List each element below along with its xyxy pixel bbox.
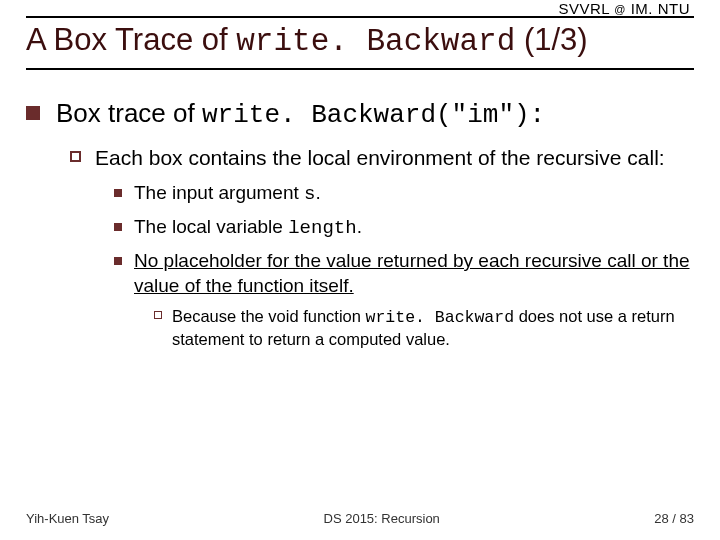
l3-1-pre: The local variable [134, 216, 288, 237]
l3-0-post: . [315, 182, 320, 203]
small-square-bullet-icon [114, 189, 122, 197]
l3-0-code: s [304, 183, 315, 205]
title-code: write. Backward [236, 24, 515, 59]
affil-right: IM. NTU [631, 0, 690, 17]
l3-text-0: The input argument s. [134, 181, 321, 207]
level1-text: Box trace of write. Backward("im"): [56, 98, 545, 131]
l3-2-underlined: No placeholder for the value returned by… [134, 250, 690, 296]
l3-1-post: . [357, 216, 362, 237]
footer-author: Yih-Kuen Tsay [26, 511, 109, 526]
at-icon: @ [614, 3, 626, 15]
bullet-level3: No placeholder for the value returned by… [114, 249, 694, 298]
l4-code: write. Backward [366, 308, 515, 327]
open-square-bullet-icon [70, 151, 81, 162]
l4-pre: Because the void function [172, 307, 366, 325]
bullet-level1: Box trace of write. Backward("im"): [26, 98, 694, 131]
l1-pre: Box trace of [56, 98, 202, 128]
small-square-bullet-icon [114, 257, 122, 265]
l2-text: Each box contains the local environment … [95, 145, 665, 171]
affil-left: SVVRL [559, 0, 610, 17]
footer-course: DS 2015: Recursion [324, 511, 440, 526]
slide-body: Box trace of write. Backward("im"): Each… [26, 98, 694, 356]
l3-0-pre: The input argument [134, 182, 304, 203]
title-post: (1/3) [515, 22, 587, 57]
l3-text-2: No placeholder for the value returned by… [134, 249, 694, 298]
affiliation: SVVRL @ IM. NTU [559, 0, 690, 17]
bullet-level3: The input argument s. [114, 181, 694, 207]
slide: SVVRL @ IM. NTU A Box Trace of write. Ba… [0, 0, 720, 540]
slide-title: A Box Trace of write. Backward (1/3) [26, 22, 694, 59]
square-bullet-icon [26, 106, 40, 120]
footer: Yih-Kuen Tsay DS 2015: Recursion 28 / 83 [26, 511, 694, 526]
small-open-square-bullet-icon [154, 311, 162, 319]
title-rule [26, 68, 694, 70]
l4-text: Because the void function write. Backwar… [172, 306, 694, 350]
small-square-bullet-icon [114, 223, 122, 231]
footer-page: 28 / 83 [654, 511, 694, 526]
l1-code: write. Backward("im"): [202, 100, 545, 130]
bullet-level3: The local variable length. [114, 215, 694, 241]
l3-1-code: length [288, 217, 356, 239]
bullet-level2: Each box contains the local environment … [70, 145, 694, 171]
title-pre: A Box Trace of [26, 22, 236, 57]
l3-text-1: The local variable length. [134, 215, 362, 241]
bullet-level4: Because the void function write. Backwar… [154, 306, 694, 350]
